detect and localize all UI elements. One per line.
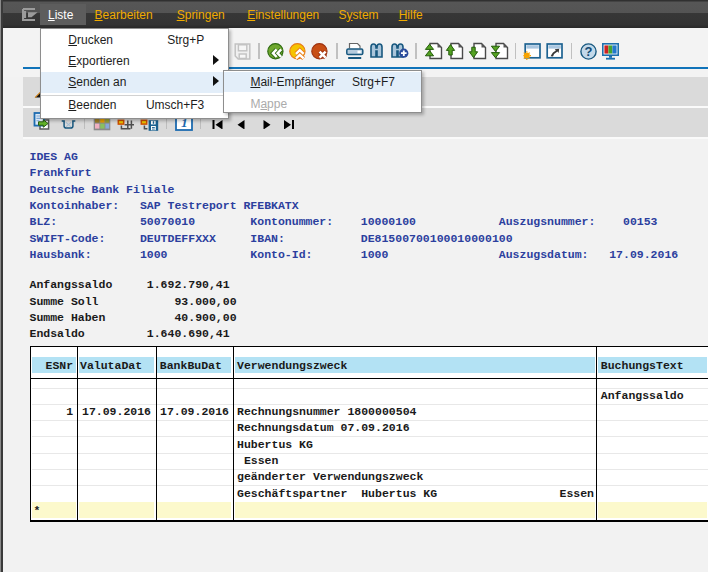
svg-text:?: ? <box>584 44 592 59</box>
